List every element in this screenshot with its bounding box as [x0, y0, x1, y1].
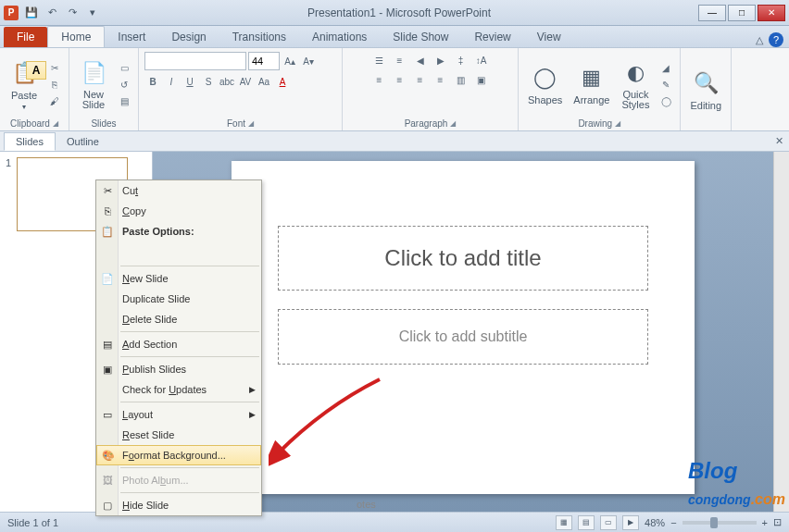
ribbon-minimize-icon[interactable]: △: [756, 34, 763, 46]
photo-icon: 🖼: [100, 473, 115, 488]
submenu-arrow-icon: ▶: [249, 410, 256, 419]
fit-window-icon[interactable]: ⊡: [773, 516, 782, 528]
underline-icon[interactable]: U: [182, 74, 198, 89]
ctx-new-slide[interactable]: 📄New Slide: [96, 268, 261, 289]
dialog-launcher-icon[interactable]: ◢: [450, 119, 456, 128]
ctx-cut[interactable]: ✂Cut: [96, 180, 261, 201]
align-right-icon[interactable]: ≡: [411, 71, 430, 88]
increase-indent-icon[interactable]: ▶: [432, 52, 450, 68]
tab-transitions[interactable]: Transitions: [219, 27, 299, 47]
tab-slideshow[interactable]: Slide Show: [380, 27, 461, 47]
hide-icon: ▢: [100, 498, 115, 513]
shape-outline-icon[interactable]: ✎: [658, 77, 674, 92]
text-direction-icon[interactable]: ↕A: [472, 52, 491, 68]
columns-icon[interactable]: ▥: [452, 71, 470, 88]
decrease-font-icon[interactable]: A▾: [300, 54, 317, 68]
ctx-delete-slide[interactable]: Delete Slide: [96, 309, 261, 329]
close-button[interactable]: ✕: [758, 5, 785, 21]
subtitle-placeholder[interactable]: Click to add subtitle: [278, 309, 648, 365]
ctx-layout[interactable]: ▭Layout▶: [96, 404, 261, 425]
tab-insert[interactable]: Insert: [105, 27, 158, 47]
dialog-launcher-icon[interactable]: ◢: [53, 119, 58, 128]
zoom-out-icon[interactable]: −: [670, 517, 676, 528]
reset-icon[interactable]: ↺: [116, 77, 132, 92]
bullets-icon[interactable]: ☰: [370, 52, 389, 68]
zoom-slider[interactable]: [683, 521, 757, 525]
tab-animations[interactable]: Animations: [299, 27, 380, 47]
shape-effects-icon[interactable]: ◯: [658, 93, 674, 108]
group-paragraph: ☰ ≡ ◀ ▶ ‡ ↕A ≡ ≡ ≡ ≡ ▥ ▣ Paragraph◢: [343, 48, 519, 130]
zoom-in-icon[interactable]: +: [762, 517, 768, 528]
font-family-select[interactable]: [144, 52, 246, 70]
undo-icon[interactable]: ↶: [43, 4, 61, 22]
notes-pane[interactable]: otes: [357, 499, 376, 510]
ctx-add-section[interactable]: ▤Add Section: [96, 334, 261, 354]
pane-tab-outline[interactable]: Outline: [56, 133, 110, 150]
save-icon[interactable]: 💾: [22, 4, 41, 22]
font-color-icon[interactable]: A: [274, 74, 291, 89]
ctx-check-updates[interactable]: Check for Updates▶: [96, 379, 261, 400]
justify-icon[interactable]: ≡: [432, 71, 450, 88]
line-spacing-icon[interactable]: ‡: [452, 52, 470, 68]
drawing-group-label: Drawing: [578, 118, 612, 129]
ctx-hide-slide[interactable]: ▢Hide Slide: [96, 495, 261, 515]
format-painter-icon[interactable]: 🖌: [46, 93, 63, 108]
align-left-icon[interactable]: ≡: [370, 71, 389, 88]
smartart-icon[interactable]: ▣: [472, 71, 491, 88]
reading-view-icon[interactable]: ▭: [600, 515, 617, 530]
ctx-reset-slide[interactable]: Reset Slide: [96, 425, 261, 445]
section-icon: ▤: [100, 337, 115, 352]
paste-option-keep-formatting[interactable]: A: [26, 61, 46, 80]
normal-view-icon[interactable]: ▦: [556, 515, 572, 530]
italic-icon[interactable]: I: [163, 74, 180, 89]
ctx-copy[interactable]: ⎘Copy: [96, 201, 261, 221]
slide-canvas[interactable]: Click to add title Click to add subtitle: [232, 161, 695, 494]
spacing-icon[interactable]: AV: [237, 74, 254, 89]
context-menu: ✂Cut ⎘Copy 📋Paste Options: 📄New Slide Du…: [95, 179, 262, 516]
arrange-button[interactable]: ▦Arrange: [570, 61, 613, 107]
title-placeholder[interactable]: Click to add title: [278, 226, 648, 291]
ctx-format-background[interactable]: 🎨Foormat Background...: [96, 445, 261, 465]
quick-styles-button[interactable]: ◐Quick Styles: [617, 56, 654, 112]
tab-file[interactable]: File: [4, 27, 47, 47]
ctx-paste-options: 📋Paste Options:: [96, 221, 261, 241]
align-center-icon[interactable]: ≡: [391, 71, 409, 88]
tab-home[interactable]: Home: [47, 26, 105, 47]
arrange-icon: ▦: [577, 63, 607, 93]
ctx-publish-slides[interactable]: ▣Publish Slides: [96, 359, 261, 379]
pane-close-icon[interactable]: ✕: [775, 135, 783, 147]
layout-icon[interactable]: ▭: [116, 60, 132, 75]
dialog-launcher-icon[interactable]: ◢: [248, 119, 254, 128]
tab-review[interactable]: Review: [461, 27, 523, 47]
tab-design[interactable]: Design: [158, 27, 219, 47]
case-icon[interactable]: Aa: [256, 74, 272, 89]
increase-font-icon[interactable]: A▴: [282, 54, 298, 68]
editing-button[interactable]: 🔍Editing: [686, 67, 725, 113]
shape-fill-icon[interactable]: ◢: [658, 60, 674, 75]
section-icon[interactable]: ▤: [116, 93, 132, 108]
sorter-view-icon[interactable]: ▤: [578, 515, 595, 530]
copy-icon[interactable]: ⎘: [46, 77, 63, 92]
dialog-launcher-icon[interactable]: ◢: [615, 119, 620, 128]
numbering-icon[interactable]: ≡: [391, 52, 409, 68]
redo-icon[interactable]: ↷: [63, 4, 81, 22]
powerpoint-icon: P: [4, 6, 19, 20]
shapes-button[interactable]: ◯Shapes: [524, 61, 566, 107]
bold-icon[interactable]: B: [144, 74, 161, 89]
pane-tab-slides[interactable]: Slides: [4, 132, 56, 151]
tab-view[interactable]: View: [524, 27, 574, 47]
qat-dropdown-icon[interactable]: ▾: [83, 4, 102, 22]
ctx-duplicate-slide[interactable]: Duplicate Slide: [96, 289, 261, 309]
slideshow-view-icon[interactable]: ▶: [622, 515, 639, 530]
new-slide-label: New Slide: [82, 90, 105, 110]
cut-icon[interactable]: ✂: [46, 60, 63, 75]
arrange-label: Arrange: [573, 94, 609, 105]
font-size-select[interactable]: [248, 52, 280, 70]
minimize-button[interactable]: —: [698, 5, 726, 21]
shadow-icon[interactable]: abc: [219, 74, 235, 89]
maximize-button[interactable]: □: [728, 5, 756, 21]
strike-icon[interactable]: S: [200, 74, 217, 89]
help-icon[interactable]: ?: [769, 32, 783, 47]
decrease-indent-icon[interactable]: ◀: [411, 52, 430, 68]
new-slide-button[interactable]: 📄 New Slide: [75, 56, 112, 112]
